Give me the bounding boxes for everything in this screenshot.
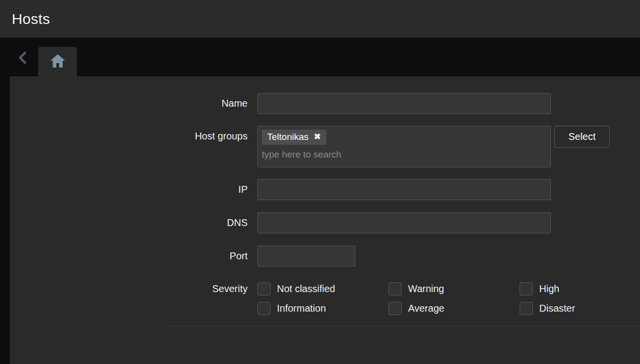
severity-label: Severity bbox=[10, 282, 248, 296]
severity-checkbox-disaster[interactable] bbox=[520, 302, 533, 315]
ip-row: IP bbox=[10, 179, 640, 200]
severity-option-label: Average bbox=[408, 302, 444, 315]
severity-option-disaster: Disaster bbox=[520, 302, 640, 315]
severity-checkbox-warning[interactable] bbox=[389, 282, 402, 296]
host-group-chip: Teltonikas ✖ bbox=[262, 130, 326, 145]
severity-option-label: Disaster bbox=[539, 302, 575, 315]
form-divider bbox=[166, 326, 640, 327]
severity-row: Severity Not classified Warning High Inf… bbox=[10, 282, 640, 315]
ip-input[interactable] bbox=[257, 179, 551, 200]
ip-label: IP bbox=[10, 179, 248, 200]
tab-home[interactable] bbox=[38, 47, 77, 76]
host-groups-row: Host groups Teltonikas ✖ Select bbox=[10, 126, 640, 167]
chevron-left-icon bbox=[17, 51, 28, 66]
port-row: Port bbox=[10, 246, 640, 267]
dns-row: DNS bbox=[10, 212, 640, 233]
severity-option-average: Average bbox=[389, 302, 520, 315]
chip-remove-icon[interactable]: ✖ bbox=[314, 132, 321, 142]
select-button[interactable]: Select bbox=[554, 126, 610, 148]
severity-option-label: Information bbox=[277, 302, 326, 315]
severity-option-label: Warning bbox=[408, 282, 444, 296]
tab-strip bbox=[0, 38, 640, 76]
dns-label: DNS bbox=[10, 212, 248, 233]
filter-panel: Name Host groups Teltonikas ✖ Select IP … bbox=[10, 76, 640, 364]
port-label: Port bbox=[10, 246, 248, 267]
severity-option-information: Information bbox=[257, 302, 389, 315]
name-label: Name bbox=[10, 93, 248, 114]
port-input[interactable] bbox=[257, 246, 355, 267]
severity-checkbox-high[interactable] bbox=[520, 282, 533, 296]
severity-checkbox-not-classified[interactable] bbox=[257, 282, 271, 296]
name-input[interactable] bbox=[257, 93, 551, 114]
severity-option-label: Not classified bbox=[277, 282, 335, 296]
home-icon bbox=[50, 54, 66, 70]
host-group-chip-label: Teltonikas bbox=[267, 132, 309, 142]
severity-option-label: High bbox=[539, 282, 559, 296]
severity-checkbox-information[interactable] bbox=[257, 302, 271, 315]
host-groups-label: Host groups bbox=[10, 126, 248, 147]
severity-option-not-classified: Not classified bbox=[257, 282, 389, 296]
severity-checkbox-average[interactable] bbox=[389, 302, 402, 315]
dns-input[interactable] bbox=[257, 212, 551, 233]
page-title: Hosts bbox=[12, 11, 50, 27]
severity-option-warning: Warning bbox=[389, 282, 520, 296]
severity-option-high: High bbox=[520, 282, 640, 296]
host-groups-search-input[interactable] bbox=[262, 148, 457, 161]
host-groups-multiselect[interactable]: Teltonikas ✖ bbox=[257, 126, 551, 167]
severity-options: Not classified Warning High Information … bbox=[257, 282, 640, 315]
page-header: Hosts bbox=[0, 0, 640, 38]
name-row: Name bbox=[10, 76, 640, 114]
back-button[interactable] bbox=[13, 48, 32, 68]
